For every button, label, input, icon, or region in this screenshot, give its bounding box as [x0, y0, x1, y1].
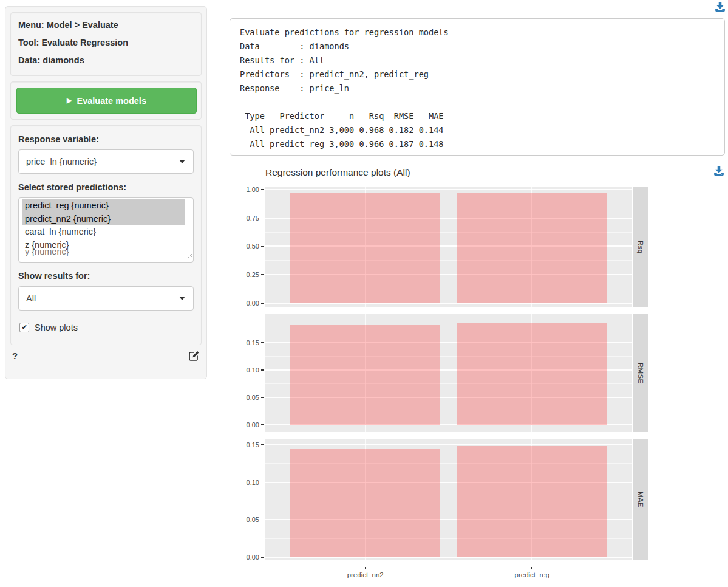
- y-tick-label: 0.05: [247, 394, 259, 401]
- y-axis-labels: 0.000.050.100.15: [231, 439, 265, 560]
- major-gridline: [265, 189, 632, 190]
- show-plots-row: ✔ Show plots: [19, 323, 194, 332]
- y-tick-mark: [261, 218, 264, 219]
- sidebar-footer: ?: [10, 350, 202, 361]
- stored-predictions-label: Select stored predictions:: [18, 182, 194, 192]
- data-label: Data: diamonds: [18, 55, 194, 65]
- facet-strip-label: MAE: [637, 492, 644, 507]
- select-option[interactable]: predict_nn2 {numeric}: [22, 213, 185, 226]
- select-option[interactable]: predict_reg {numeric}: [22, 199, 185, 213]
- x-tick-label: predict_nn2: [347, 571, 384, 578]
- facet-panel: [265, 314, 632, 432]
- y-axis-labels: 0.000.250.500.751.00: [231, 187, 265, 307]
- facet-row-mae: 0.000.050.100.15MAE: [231, 439, 650, 560]
- x-axis: predict_nn2predict_reg: [265, 567, 632, 587]
- x-tick-mark: [531, 567, 532, 569]
- controls-panel: Response variable: price_ln {numeric} Se…: [10, 125, 202, 345]
- facet-strip: Rsq: [633, 187, 648, 307]
- bar-predict_nn2: [290, 193, 440, 303]
- evaluate-models-button[interactable]: ▶ Evaluate models: [16, 88, 197, 114]
- sidebar: Menu: Model > Evaluate Tool: Evaluate Re…: [5, 6, 207, 379]
- evaluate-models-label: Evaluate models: [77, 96, 146, 106]
- y-tick-label: 0.10: [247, 479, 259, 486]
- facet-strip: RMSE: [633, 314, 648, 432]
- tool-label: Tool: Evaluate Regression: [18, 38, 194, 47]
- plot-header: Regression performance plots (All): [230, 165, 725, 180]
- y-tick-mark: [261, 342, 264, 343]
- y-tick-label: 0.50: [247, 242, 259, 250]
- select-option[interactable]: carat_ln {numeric}: [22, 225, 185, 239]
- facet-panel: [265, 439, 632, 560]
- show-plots-label: Show plots: [35, 323, 78, 332]
- show-plots-checkbox[interactable]: ✔: [19, 323, 29, 332]
- y-tick-label: 0.15: [247, 441, 259, 448]
- summary-output-box: Evaluate predictions for regression mode…: [230, 18, 725, 156]
- y-tick-mark: [261, 482, 264, 483]
- show-results-for-label: Show results for:: [18, 271, 194, 281]
- y-tick-label: 0.75: [247, 215, 259, 222]
- y-tick-mark: [261, 246, 264, 247]
- y-tick-mark: [261, 303, 264, 304]
- response-variable-value: price_ln {numeric}: [26, 157, 97, 166]
- show-results-for-select[interactable]: All: [18, 286, 194, 311]
- y-tick-mark: [261, 189, 264, 190]
- stored-predictions-select[interactable]: predict_reg {numeric}predict_nn2 {numeri…: [18, 197, 194, 263]
- bar-predict_nn2: [290, 449, 440, 557]
- evaluate-panel: ▶ Evaluate models: [10, 81, 202, 120]
- menu-label: Menu: Model > Evaluate: [18, 20, 194, 30]
- y-tick-mark: [261, 520, 264, 521]
- y-tick-mark: [261, 397, 264, 398]
- download-summary-icon[interactable]: [715, 1, 726, 12]
- facet-row-rsq: 0.000.250.500.751.00Rsq: [231, 187, 650, 307]
- play-icon: ▶: [67, 97, 72, 105]
- y-tick-label: 0.25: [247, 271, 259, 278]
- facet-row-rmse: 0.000.050.100.15RMSE: [231, 314, 650, 432]
- help-icon[interactable]: ?: [12, 351, 18, 361]
- facet-panel: [265, 187, 632, 307]
- y-tick-mark: [261, 557, 264, 558]
- download-plot-icon[interactable]: [713, 165, 724, 176]
- y-tick-label: 0.00: [247, 554, 259, 561]
- plot-title: Regression performance plots (All): [265, 167, 410, 178]
- main-content: Evaluate predictions for regression mode…: [230, 0, 726, 587]
- major-gridline: [265, 444, 632, 445]
- y-tick-mark: [261, 369, 264, 371]
- edit-report-icon[interactable]: [189, 350, 200, 361]
- bar-predict_reg: [457, 446, 607, 557]
- facet-strip-label: Rsq: [637, 241, 644, 253]
- performance-plot: 0.000.250.500.751.00Rsq0.000.050.100.15R…: [231, 187, 650, 587]
- bar-predict_nn2: [290, 325, 440, 425]
- summary-output: Evaluate predictions for regression mode…: [230, 19, 724, 158]
- context-panel: Menu: Model > Evaluate Tool: Evaluate Re…: [10, 12, 202, 76]
- y-tick-mark: [261, 424, 264, 425]
- y-tick-label: 0.10: [247, 366, 259, 374]
- y-tick-label: 0.05: [247, 516, 259, 523]
- facet-strip-label: RMSE: [637, 363, 644, 383]
- y-tick-mark: [261, 444, 264, 445]
- facet-strip: MAE: [633, 439, 648, 560]
- chevron-down-icon: [179, 297, 185, 300]
- select-option[interactable]: y {numeric}: [22, 245, 185, 259]
- response-variable-select[interactable]: price_ln {numeric}: [18, 149, 194, 174]
- x-tick-label: predict_reg: [515, 571, 550, 578]
- chevron-down-icon: [179, 160, 185, 163]
- y-tick-label: 0.00: [247, 300, 259, 307]
- y-tick-label: 0.00: [247, 421, 259, 428]
- show-results-for-value: All: [26, 294, 36, 303]
- y-tick-label: 1.00: [247, 186, 259, 193]
- response-variable-label: Response variable:: [18, 134, 194, 144]
- bar-predict_reg: [457, 323, 607, 425]
- x-tick-mark: [365, 567, 366, 569]
- bar-predict_reg: [457, 193, 607, 303]
- y-tick-label: 0.15: [247, 339, 259, 346]
- y-axis-labels: 0.000.050.100.15: [231, 314, 265, 432]
- y-tick-mark: [261, 274, 264, 275]
- resize-handle-icon[interactable]: [187, 250, 192, 261]
